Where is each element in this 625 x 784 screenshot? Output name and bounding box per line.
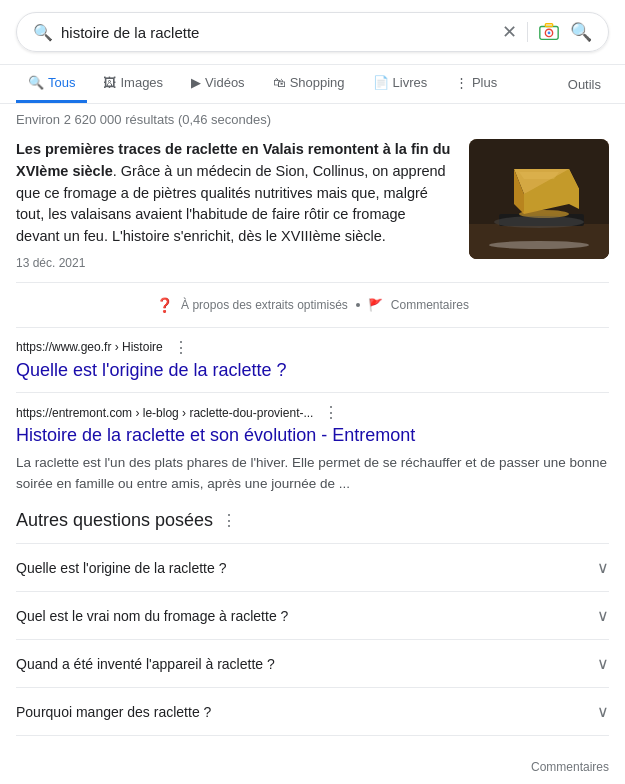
- faq-section: Autres questions posées ⋮ Quelle est l'o…: [16, 510, 609, 736]
- optimised-bar: ❓ À propos des extraits optimisés 🚩 Comm…: [16, 291, 609, 319]
- result-2-url: https://entremont.com › le-blog › raclet…: [16, 406, 313, 420]
- faq-question-2: Quel est le vrai nom du fromage à raclet…: [16, 608, 288, 624]
- tab-images[interactable]: 🖼 Images: [91, 65, 175, 103]
- images-icon: 🖼: [103, 75, 116, 90]
- bottom-bar: Commentaires: [0, 752, 625, 782]
- divider-3: [16, 392, 609, 393]
- search-result-1: https://www.geo.fr › Histoire ⋮ Quelle e…: [16, 338, 609, 382]
- faq-menu-icon[interactable]: ⋮: [221, 511, 237, 530]
- svg-point-3: [548, 32, 551, 35]
- faq-question-3: Quand a été inventé l'appareil à raclett…: [16, 656, 275, 672]
- optimised-text: À propos des extraits optimisés: [181, 298, 348, 312]
- result-2-url-row: https://entremont.com › le-blog › raclet…: [16, 403, 609, 422]
- videos-icon: ▶: [191, 75, 201, 90]
- faq-item-3[interactable]: Quand a été inventé l'appareil à raclett…: [16, 639, 609, 687]
- svg-point-12: [494, 216, 584, 228]
- search-bar: 🔍 histoire de la raclette ✕ 🔍: [16, 12, 609, 52]
- result-1-title[interactable]: Quelle est l'origine de la raclette ?: [16, 359, 609, 382]
- faq-question-1: Quelle est l'origine de la raclette ?: [16, 560, 226, 576]
- divider-1: [16, 282, 609, 283]
- result-2-menu-icon[interactable]: ⋮: [323, 403, 339, 422]
- faq-item-1[interactable]: Quelle est l'origine de la raclette ? ∨: [16, 543, 609, 591]
- dot-separator: [356, 303, 360, 307]
- main-content: Les premières traces de raclette en Vala…: [0, 135, 625, 752]
- svg-rect-5: [469, 224, 609, 259]
- tous-icon: 🔍: [28, 75, 44, 90]
- snippet-text: Les premières traces de raclette en Vala…: [16, 139, 453, 270]
- tab-shopping[interactable]: 🛍 Shopping: [261, 65, 357, 103]
- faq-title: Autres questions posées: [16, 510, 213, 531]
- snippet-title: Les premières traces de raclette en Vala…: [16, 139, 453, 248]
- svg-marker-11: [519, 172, 559, 179]
- divider-2: [16, 327, 609, 328]
- search-input[interactable]: histoire de la raclette: [61, 24, 494, 41]
- faq-chevron-4: ∨: [597, 702, 609, 721]
- camera-search-icon[interactable]: [538, 21, 560, 43]
- snippet-image: [469, 139, 609, 259]
- faq-header: Autres questions posées ⋮: [16, 510, 609, 531]
- search-submit-icon[interactable]: 🔍: [570, 21, 592, 43]
- livres-icon: 📄: [373, 75, 389, 90]
- snippet-date: 13 déc. 2021: [16, 256, 453, 270]
- bottom-commentaires[interactable]: Commentaires: [531, 760, 609, 774]
- flag-icon: 🚩: [368, 298, 383, 312]
- result-1-menu-icon[interactable]: ⋮: [173, 338, 189, 357]
- comment-label[interactable]: Commentaires: [391, 298, 469, 312]
- outils-button[interactable]: Outils: [560, 67, 609, 102]
- search-icons: ✕ 🔍: [502, 21, 592, 43]
- tab-tous[interactable]: 🔍 Tous: [16, 65, 87, 103]
- search-result-2: https://entremont.com › le-blog › raclet…: [16, 403, 609, 494]
- nav-tabs: 🔍 Tous 🖼 Images ▶ Vidéos 🛍 Shopping 📄 Li…: [0, 65, 625, 104]
- result-2-snippet: La raclette est l'un des plats phares de…: [16, 452, 609, 495]
- tab-plus[interactable]: ⋮ Plus: [443, 65, 509, 103]
- svg-rect-2: [545, 24, 552, 27]
- help-icon: ❓: [156, 297, 173, 313]
- result-2-title[interactable]: Histoire de la raclette et son évolution…: [16, 424, 609, 447]
- search-bar-icon: 🔍: [33, 23, 53, 42]
- tab-videos[interactable]: ▶ Vidéos: [179, 65, 257, 103]
- faq-question-4: Pourquoi manger des raclette ?: [16, 704, 211, 720]
- shopping-icon: 🛍: [273, 75, 286, 90]
- result-1-url-row: https://www.geo.fr › Histoire ⋮: [16, 338, 609, 357]
- faq-chevron-3: ∨: [597, 654, 609, 673]
- faq-item-4[interactable]: Pourquoi manger des raclette ? ∨: [16, 687, 609, 736]
- faq-item-2[interactable]: Quel est le vrai nom du fromage à raclet…: [16, 591, 609, 639]
- clear-icon[interactable]: ✕: [502, 21, 517, 43]
- faq-chevron-2: ∨: [597, 606, 609, 625]
- tab-livres[interactable]: 📄 Livres: [361, 65, 440, 103]
- results-count: Environ 2 620 000 résultats (0,46 second…: [0, 104, 625, 135]
- result-1-url: https://www.geo.fr › Histoire: [16, 340, 163, 354]
- featured-snippet: Les premières traces de raclette en Vala…: [16, 139, 609, 270]
- search-bar-container: 🔍 histoire de la raclette ✕ 🔍: [0, 0, 625, 65]
- faq-chevron-1: ∨: [597, 558, 609, 577]
